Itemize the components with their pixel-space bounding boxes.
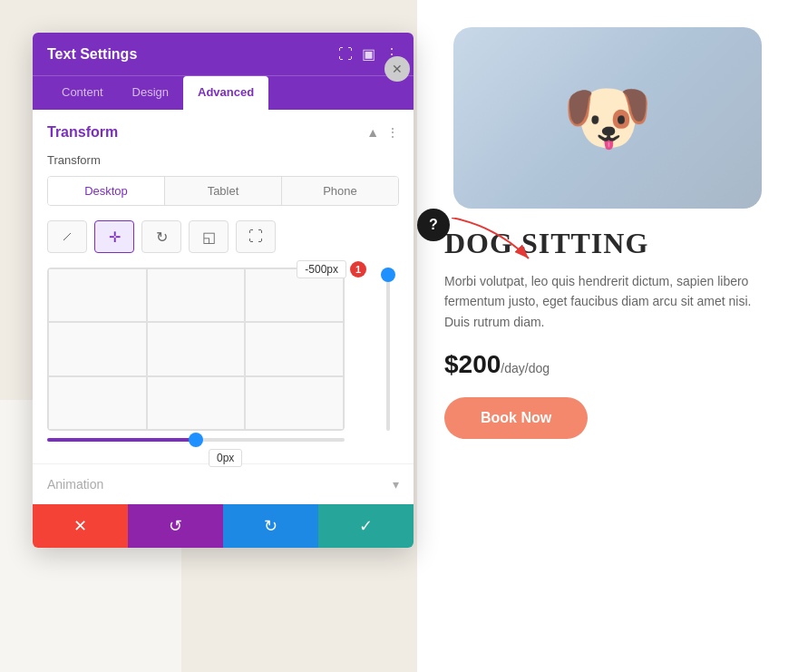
preview-area: 🐶 Dog Sitting Morbi volutpat, leo quis h… xyxy=(417,0,798,672)
grid-cell xyxy=(48,322,147,375)
transform-shear-icon[interactable]: ◱ xyxy=(189,220,229,253)
v-slider-label-container: -500px 1 xyxy=(297,260,366,278)
transform-title: Transform xyxy=(47,124,118,141)
panel-title: Text Settings xyxy=(47,46,137,63)
grid-cell xyxy=(147,376,246,430)
device-tab-phone[interactable]: Phone xyxy=(282,177,398,205)
device-tab-desktop[interactable]: Desktop xyxy=(48,177,165,205)
animation-section[interactable]: Animation ▾ xyxy=(33,463,414,504)
settings-panel: Text Settings ⛶ ▣ ⋮ Content Design Advan… xyxy=(33,33,414,548)
layout-icon[interactable]: ▣ xyxy=(362,45,375,63)
price-amount: $200 xyxy=(444,350,501,378)
grid-cell xyxy=(48,376,147,430)
h-slider-container: 0px xyxy=(47,438,399,442)
tab-content[interactable]: Content xyxy=(47,76,118,110)
panel-body: Transform ▲ ⋮ Transform Desktop Tablet P… xyxy=(33,110,414,463)
panel-tabs: Content Design Advanced xyxy=(33,75,414,110)
transform-icons-row: ⟋ ✛ ↻ ◱ ⛶ xyxy=(47,220,399,253)
panel-header: Text Settings ⛶ ▣ ⋮ xyxy=(33,33,414,75)
dog-image: 🐶 xyxy=(453,27,762,209)
dog-image-placeholder: 🐶 xyxy=(453,27,762,209)
tab-design[interactable]: Design xyxy=(118,76,183,110)
v-slider-thumb[interactable] xyxy=(381,268,395,282)
device-tabs: Desktop Tablet Phone xyxy=(47,176,399,206)
transform-scale-icon[interactable]: ⛶ xyxy=(236,220,276,253)
expand-icon[interactable]: ⛶ xyxy=(338,46,353,63)
animation-chevron-icon: ▾ xyxy=(393,477,399,492)
undo-button[interactable]: ↺ xyxy=(128,504,223,548)
redo-button[interactable]: ↻ xyxy=(223,504,318,548)
price-row: $200/day/dog xyxy=(444,350,771,379)
grid-cell xyxy=(245,376,344,430)
grid-cell xyxy=(147,322,246,375)
transform-rotate-icon[interactable]: ↻ xyxy=(141,220,181,253)
cancel-button[interactable]: ✕ xyxy=(33,504,128,548)
device-tab-tablet[interactable]: Tablet xyxy=(165,177,282,205)
red-arrow xyxy=(452,218,533,267)
v-slider-value: -500px xyxy=(297,260,346,278)
section-more-icon[interactable]: ⋮ xyxy=(386,125,399,140)
book-now-button[interactable]: Book Now xyxy=(444,397,588,439)
tab-advanced[interactable]: Advanced xyxy=(183,76,268,110)
confirm-button[interactable]: ✓ xyxy=(318,504,414,548)
transform-move-icon[interactable]: ✛ xyxy=(94,220,134,253)
grid-cell xyxy=(245,322,344,375)
dog-description: Morbi volutpat, leo quis hendrerit dictu… xyxy=(444,271,771,332)
grid-cell xyxy=(48,268,147,322)
transform-canvas xyxy=(47,268,345,431)
transform-label: Transform xyxy=(47,153,399,167)
h-slider-value: 0px xyxy=(209,449,242,467)
canvas-grid xyxy=(48,268,344,430)
collapse-icon[interactable]: ▲ xyxy=(366,125,379,140)
h-slider-thumb[interactable] xyxy=(189,433,203,447)
question-badge[interactable]: ? xyxy=(417,209,450,241)
slider-badge: 1 xyxy=(350,261,366,278)
h-slider-track xyxy=(47,438,345,442)
transform-canvas-container: -500px 1 0px xyxy=(47,268,399,442)
h-slider-fill xyxy=(47,438,196,442)
action-bar: ✕ ↺ ↻ ✓ xyxy=(33,504,414,548)
animation-label: Animation xyxy=(47,477,103,492)
grid-cell xyxy=(147,268,246,322)
section-header-icons: ▲ ⋮ xyxy=(366,125,399,140)
transform-skew-icon[interactable]: ⟋ xyxy=(47,220,87,253)
transform-section-header: Transform ▲ ⋮ xyxy=(47,124,399,141)
price-unit: /day/dog xyxy=(501,361,550,375)
panel-close-button[interactable]: ✕ xyxy=(384,56,410,82)
